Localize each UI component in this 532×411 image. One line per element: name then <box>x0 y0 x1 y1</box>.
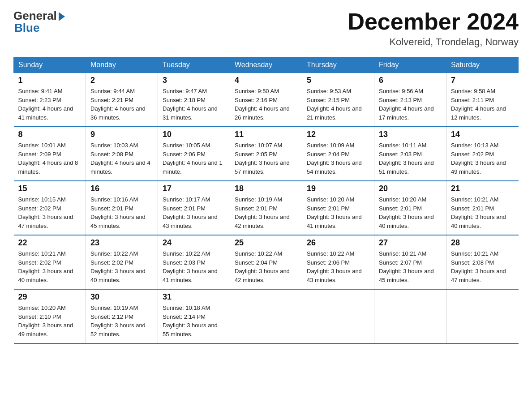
day-info: Sunrise: 10:22 AMSunset: 2:04 PMDaylight… <box>235 249 297 284</box>
day-number: 18 <box>235 184 297 193</box>
calendar-cell <box>374 289 446 343</box>
calendar-cell: 18 Sunrise: 10:19 AMSunset: 2:01 PMDayli… <box>230 181 302 235</box>
month-title: December 2024 <box>348 9 519 34</box>
logo-blue-text: Blue <box>14 21 39 35</box>
location-subtitle: Kolvereid, Trondelag, Norway <box>348 36 519 48</box>
day-info: Sunrise: 10:09 AMSunset: 2:04 PMDaylight… <box>307 141 369 176</box>
calendar-cell: 7 Sunrise: 9:58 AMSunset: 2:11 PMDayligh… <box>446 73 519 127</box>
day-info: Sunrise: 10:15 AMSunset: 2:02 PMDaylight… <box>18 195 82 230</box>
calendar-cell: 20 Sunrise: 10:20 AMSunset: 2:01 PMDayli… <box>374 181 446 235</box>
day-number: 4 <box>235 76 297 85</box>
calendar-cell: 5 Sunrise: 9:53 AMSunset: 2:15 PMDayligh… <box>302 73 374 127</box>
calendar-week-row: 1 Sunrise: 9:41 AMSunset: 2:23 PMDayligh… <box>14 73 519 127</box>
day-number: 31 <box>163 292 225 302</box>
header-wednesday: Wednesday <box>230 57 302 73</box>
day-info: Sunrise: 10:01 AMSunset: 2:09 PMDaylight… <box>18 141 82 176</box>
day-info: Sunrise: 10:21 AMSunset: 2:08 PMDaylight… <box>451 249 514 284</box>
day-number: 2 <box>90 76 153 85</box>
calendar-cell: 29 Sunrise: 10:20 AMSunset: 2:10 PMDayli… <box>14 289 86 343</box>
day-info: Sunrise: 10:20 AMSunset: 2:01 PMDaylight… <box>307 195 369 230</box>
calendar-week-row: 29 Sunrise: 10:20 AMSunset: 2:10 PMDayli… <box>14 289 519 343</box>
calendar-cell: 4 Sunrise: 9:50 AMSunset: 2:16 PMDayligh… <box>230 73 302 127</box>
day-number: 8 <box>18 130 82 139</box>
day-info: Sunrise: 10:22 AMSunset: 2:06 PMDaylight… <box>307 249 369 284</box>
day-number: 15 <box>18 184 82 193</box>
day-info: Sunrise: 10:03 AMSunset: 2:08 PMDaylight… <box>90 141 153 176</box>
day-info: Sunrise: 10:21 AMSunset: 2:01 PMDaylight… <box>451 195 514 230</box>
header-thursday: Thursday <box>302 57 374 73</box>
calendar-cell: 15 Sunrise: 10:15 AMSunset: 2:02 PMDayli… <box>14 181 86 235</box>
day-number: 27 <box>379 238 442 248</box>
day-info: Sunrise: 9:58 AMSunset: 2:11 PMDaylight:… <box>451 87 514 122</box>
day-info: Sunrise: 10:19 AMSunset: 2:12 PMDaylight… <box>90 304 153 338</box>
calendar-cell: 8 Sunrise: 10:01 AMSunset: 2:09 PMDaylig… <box>14 127 86 181</box>
day-info: Sunrise: 9:56 AMSunset: 2:13 PMDaylight:… <box>379 87 442 122</box>
calendar-week-row: 15 Sunrise: 10:15 AMSunset: 2:02 PMDayli… <box>14 181 519 235</box>
day-info: Sunrise: 10:22 AMSunset: 2:02 PMDaylight… <box>90 249 153 284</box>
header-monday: Monday <box>86 57 158 73</box>
calendar-cell: 10 Sunrise: 10:05 AMSunset: 2:06 PMDayli… <box>158 127 230 181</box>
day-info: Sunrise: 10:05 AMSunset: 2:06 PMDaylight… <box>163 141 225 176</box>
calendar-cell: 23 Sunrise: 10:22 AMSunset: 2:02 PMDayli… <box>86 235 158 289</box>
day-number: 10 <box>163 130 225 139</box>
day-info: Sunrise: 10:16 AMSunset: 2:01 PMDaylight… <box>90 195 153 230</box>
day-number: 26 <box>307 238 369 248</box>
day-info: Sunrise: 10:20 AMSunset: 2:10 PMDaylight… <box>18 304 82 338</box>
day-info: Sunrise: 10:17 AMSunset: 2:01 PMDaylight… <box>163 195 225 230</box>
calendar-cell: 19 Sunrise: 10:20 AMSunset: 2:01 PMDayli… <box>302 181 374 235</box>
day-info: Sunrise: 10:19 AMSunset: 2:01 PMDaylight… <box>235 195 297 230</box>
calendar-cell: 13 Sunrise: 10:11 AMSunset: 2:03 PMDayli… <box>374 127 446 181</box>
header-row: Sunday Monday Tuesday Wednesday Thursday… <box>14 57 519 73</box>
logo: General Blue <box>13 9 65 35</box>
calendar-week-row: 8 Sunrise: 10:01 AMSunset: 2:09 PMDaylig… <box>14 127 519 181</box>
day-info: Sunrise: 10:18 AMSunset: 2:14 PMDaylight… <box>163 304 225 338</box>
calendar-cell: 16 Sunrise: 10:16 AMSunset: 2:01 PMDayli… <box>86 181 158 235</box>
day-number: 7 <box>451 76 514 85</box>
day-info: Sunrise: 9:47 AMSunset: 2:18 PMDaylight:… <box>163 87 225 122</box>
day-number: 1 <box>18 76 82 85</box>
calendar-body: 1 Sunrise: 9:41 AMSunset: 2:23 PMDayligh… <box>14 73 519 344</box>
day-number: 3 <box>163 76 225 85</box>
day-number: 13 <box>379 130 442 139</box>
day-number: 12 <box>307 130 369 139</box>
calendar-cell: 22 Sunrise: 10:21 AMSunset: 2:02 PMDayli… <box>14 235 86 289</box>
day-info: Sunrise: 9:53 AMSunset: 2:15 PMDaylight:… <box>307 87 369 122</box>
calendar-cell: 17 Sunrise: 10:17 AMSunset: 2:01 PMDayli… <box>158 181 230 235</box>
day-number: 14 <box>451 130 514 139</box>
calendar-cell: 6 Sunrise: 9:56 AMSunset: 2:13 PMDayligh… <box>374 73 446 127</box>
logo-arrow-icon <box>59 12 65 21</box>
day-info: Sunrise: 9:41 AMSunset: 2:23 PMDaylight:… <box>18 87 82 122</box>
header-sunday: Sunday <box>14 57 86 73</box>
header-tuesday: Tuesday <box>158 57 230 73</box>
day-number: 28 <box>451 238 514 248</box>
day-info: Sunrise: 9:50 AMSunset: 2:16 PMDaylight:… <box>235 87 297 122</box>
calendar-cell: 12 Sunrise: 10:09 AMSunset: 2:04 PMDayli… <box>302 127 374 181</box>
day-number: 20 <box>379 184 442 193</box>
day-number: 21 <box>451 184 514 193</box>
calendar-header: Sunday Monday Tuesday Wednesday Thursday… <box>14 57 519 73</box>
calendar-cell: 24 Sunrise: 10:22 AMSunset: 2:03 PMDayli… <box>158 235 230 289</box>
calendar-cell: 25 Sunrise: 10:22 AMSunset: 2:04 PMDayli… <box>230 235 302 289</box>
calendar-cell <box>446 289 519 343</box>
day-info: Sunrise: 10:13 AMSunset: 2:02 PMDaylight… <box>451 141 514 176</box>
calendar-cell: 27 Sunrise: 10:21 AMSunset: 2:07 PMDayli… <box>374 235 446 289</box>
calendar-cell <box>302 289 374 343</box>
page-header: General Blue December 2024 Kolvereid, Tr… <box>13 9 519 48</box>
day-number: 24 <box>163 238 225 248</box>
calendar-cell <box>230 289 302 343</box>
calendar-cell: 2 Sunrise: 9:44 AMSunset: 2:21 PMDayligh… <box>86 73 158 127</box>
day-info: Sunrise: 10:21 AMSunset: 2:07 PMDaylight… <box>379 249 442 284</box>
day-number: 9 <box>90 130 153 139</box>
day-number: 11 <box>235 130 297 139</box>
header-saturday: Saturday <box>446 57 519 73</box>
day-info: Sunrise: 9:44 AMSunset: 2:21 PMDaylight:… <box>90 87 153 122</box>
day-number: 29 <box>18 292 82 302</box>
header-friday: Friday <box>374 57 446 73</box>
title-section: December 2024 Kolvereid, Trondelag, Norw… <box>348 9 519 48</box>
calendar-cell: 31 Sunrise: 10:18 AMSunset: 2:14 PMDayli… <box>158 289 230 343</box>
calendar-cell: 11 Sunrise: 10:07 AMSunset: 2:05 PMDayli… <box>230 127 302 181</box>
day-number: 17 <box>163 184 225 193</box>
calendar-cell: 1 Sunrise: 9:41 AMSunset: 2:23 PMDayligh… <box>14 73 86 127</box>
calendar-cell: 9 Sunrise: 10:03 AMSunset: 2:08 PMDaylig… <box>86 127 158 181</box>
day-info: Sunrise: 10:21 AMSunset: 2:02 PMDaylight… <box>18 249 82 284</box>
